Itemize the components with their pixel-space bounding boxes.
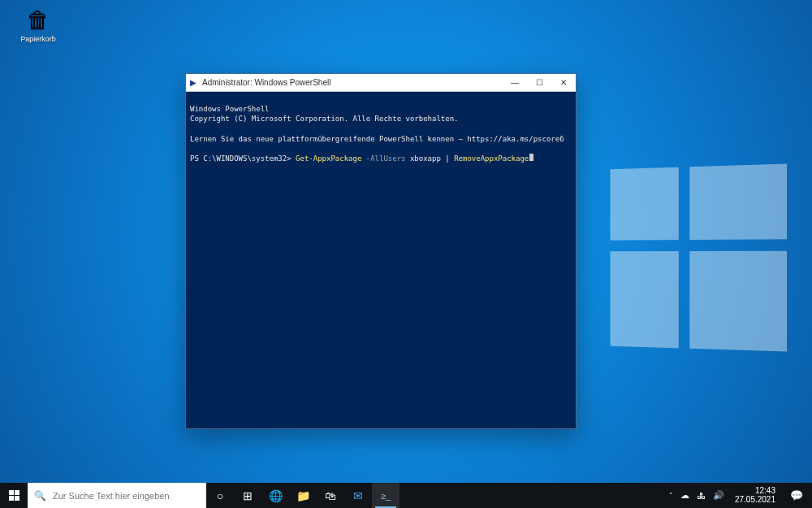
- clock-date: 27.05.2021: [735, 496, 775, 505]
- recycle-bin-desktop-icon[interactable]: 🗑 Papierkorb: [15, 7, 62, 43]
- recycle-bin-icon: 🗑: [15, 7, 62, 33]
- taskview-icon: ⊞: [243, 489, 253, 502]
- taskbar-pinned: ○ ⊞ 🌐 📁 🛍 ✉ ≥_: [206, 483, 400, 508]
- network-tray-icon[interactable]: 🖧: [697, 491, 706, 501]
- circle-icon: ○: [217, 489, 223, 502]
- folder-icon: 📁: [296, 489, 310, 502]
- powershell-icon: ▶: [186, 78, 201, 87]
- powershell-taskbar-button[interactable]: ≥_: [372, 483, 400, 508]
- store-icon: 🛍: [325, 489, 336, 502]
- terminal-prompt: PS C:\WINDOWS\system32>: [190, 154, 296, 163]
- mail-taskbar-button[interactable]: ✉: [344, 483, 372, 508]
- start-button[interactable]: [0, 483, 28, 508]
- taskbar-search[interactable]: 🔍 Zur Suche Text hier eingeben: [28, 483, 206, 508]
- maximize-button[interactable]: ☐: [527, 74, 551, 92]
- edge-icon: 🌐: [269, 489, 283, 502]
- terminal-cmd: -AllUsers: [361, 154, 410, 163]
- terminal-cmd: |: [441, 154, 454, 163]
- terminal-cmd: RemoveAppxPackage: [454, 154, 529, 163]
- edge-taskbar-button[interactable]: 🌐: [261, 483, 289, 508]
- minimize-button[interactable]: —: [503, 74, 527, 92]
- window-titlebar[interactable]: ▶ Administrator: Windows PowerShell — ☐ …: [186, 74, 576, 92]
- search-icon: 🔍: [34, 490, 46, 501]
- windows-logo-icon: [9, 490, 19, 501]
- action-center-button[interactable]: 💬: [786, 489, 807, 501]
- close-button[interactable]: ✕: [551, 74, 576, 92]
- desktop[interactable]: 🗑 Papierkorb ▶ Administrator: Windows Po…: [0, 0, 812, 508]
- task-view-button[interactable]: ⊞: [234, 483, 261, 508]
- explorer-taskbar-button[interactable]: 📁: [289, 483, 317, 508]
- search-placeholder: Zur Suche Text hier eingeben: [53, 491, 170, 501]
- powershell-window[interactable]: ▶ Administrator: Windows PowerShell — ☐ …: [185, 73, 577, 429]
- terminal-body[interactable]: Windows PowerShell Copyright (C) Microso…: [186, 92, 576, 428]
- powershell-icon: ≥_: [381, 491, 391, 501]
- terminal-line: Lernen Sie das neue plattformübergreifen…: [190, 135, 564, 143]
- system-tray[interactable]: ˄ ☁ 🖧 🔊 12:43 27.05.2021 💬: [664, 483, 812, 508]
- tray-overflow-button[interactable]: ˄: [669, 492, 673, 500]
- volume-tray-icon[interactable]: 🔊: [713, 490, 724, 501]
- window-title: Administrator: Windows PowerShell: [201, 78, 503, 87]
- terminal-line: Copyright (C) Microsoft Corporation. All…: [190, 115, 459, 123]
- terminal-cmd: xboxapp: [410, 154, 441, 163]
- terminal-cmd: Get-AppxPackage: [296, 154, 361, 163]
- onedrive-tray-icon[interactable]: ☁: [680, 490, 689, 501]
- windows-wallpaper-logo: [611, 164, 788, 352]
- mail-icon: ✉: [353, 489, 363, 502]
- cortana-button[interactable]: ○: [206, 483, 234, 508]
- recycle-bin-label: Papierkorb: [15, 35, 62, 43]
- taskbar-spacer: [400, 483, 664, 508]
- terminal-line: Windows PowerShell: [190, 105, 270, 113]
- clock-time: 12:43: [735, 487, 775, 496]
- store-taskbar-button[interactable]: 🛍: [317, 483, 344, 508]
- terminal-cursor: [529, 154, 533, 161]
- taskbar[interactable]: 🔍 Zur Suche Text hier eingeben ○ ⊞ 🌐 📁 🛍…: [0, 483, 812, 508]
- taskbar-clock[interactable]: 12:43 27.05.2021: [732, 487, 779, 504]
